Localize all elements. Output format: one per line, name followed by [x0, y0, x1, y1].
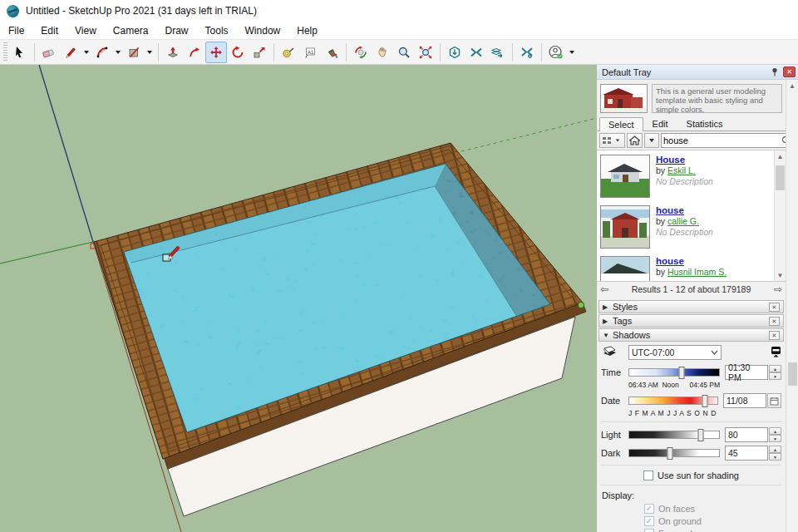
- eraser-tool-button[interactable]: [38, 42, 60, 63]
- styles-close-button[interactable]: ✕: [769, 303, 780, 312]
- result-description: No Description: [656, 176, 713, 186]
- shadows-panel-header[interactable]: ▼ Shadows ✕: [598, 328, 784, 342]
- rectangle-tool-dropdown[interactable]: [147, 51, 152, 54]
- use-sun-checkbox[interactable]: [643, 470, 653, 480]
- grid-view-icon: [602, 136, 613, 145]
- scroll-down-icon[interactable]: ▼: [775, 269, 786, 281]
- from-edges-checkbox[interactable]: [644, 529, 654, 532]
- result-author-link[interactable]: Husnil Imam S.: [667, 267, 727, 277]
- text-tool-button[interactable]: A1: [299, 42, 321, 63]
- date-slider[interactable]: [628, 397, 718, 405]
- calendar-button[interactable]: [767, 393, 781, 408]
- rotate-tool-button[interactable]: [227, 42, 249, 63]
- followme-tool-button[interactable]: [184, 42, 205, 63]
- view-options-button[interactable]: [599, 133, 625, 148]
- prev-page-icon[interactable]: ⇦: [600, 283, 613, 295]
- tab-edit[interactable]: Edit: [643, 116, 677, 131]
- menu-edit[interactable]: Edit: [32, 22, 66, 39]
- light-value-box[interactable]: 80: [725, 427, 768, 442]
- arc-tool-button[interactable]: [91, 42, 113, 63]
- select-tool-button[interactable]: [9, 42, 31, 63]
- toggle-shadows-button[interactable]: [601, 346, 628, 360]
- dark-slider[interactable]: [628, 449, 720, 457]
- date-slider-thumb[interactable]: [702, 395, 708, 407]
- share-model-button[interactable]: [487, 42, 509, 63]
- result-title-link[interactable]: house: [656, 205, 713, 215]
- menu-file[interactable]: File: [0, 22, 32, 39]
- tray-close-button[interactable]: ✕: [783, 66, 796, 77]
- scroll-up-icon[interactable]: ▲: [786, 80, 798, 91]
- dark-slider-thumb[interactable]: [667, 447, 672, 460]
- paint-bucket-button[interactable]: [321, 42, 342, 63]
- tags-close-button[interactable]: ✕: [769, 317, 780, 326]
- template-thumbnail[interactable]: [600, 84, 648, 113]
- light-slider[interactable]: [628, 431, 720, 439]
- time-slider[interactable]: [628, 368, 720, 377]
- warehouse-share-button[interactable]: [466, 42, 487, 63]
- scroll-up-icon[interactable]: ▲: [775, 150, 786, 162]
- shadow-detail-toggle-button[interactable]: [771, 346, 781, 359]
- timezone-select[interactable]: UTC-07:00: [628, 345, 722, 360]
- result-author-link[interactable]: Eskil L.: [667, 165, 696, 175]
- tray-scrollbar[interactable]: ▲: [786, 80, 798, 532]
- styles-panel-header[interactable]: ▶ Styles ✕: [598, 300, 784, 313]
- menu-window[interactable]: Window: [237, 22, 289, 39]
- result-thumbnail[interactable]: [600, 256, 650, 281]
- light-slider-thumb[interactable]: [698, 429, 704, 441]
- result-item[interactable]: house by callie G. No Description: [597, 201, 774, 252]
- shadows-close-button[interactable]: ✕: [769, 331, 780, 340]
- time-value-box[interactable]: 01:30 PM: [725, 365, 768, 380]
- tape-measure-button[interactable]: [278, 42, 299, 63]
- account-button[interactable]: [545, 42, 567, 63]
- menu-camera[interactable]: Camera: [105, 22, 157, 39]
- on-ground-checkbox[interactable]: [644, 516, 654, 526]
- zoom-extents-button[interactable]: [415, 42, 436, 63]
- time-spinner[interactable]: ▲▼: [769, 365, 781, 380]
- toolbar-separator: [34, 43, 35, 62]
- time-slider-thumb[interactable]: [678, 367, 684, 379]
- zoom-button[interactable]: [393, 42, 415, 63]
- modeling-viewport[interactable]: [0, 65, 597, 532]
- home-dropdown-button[interactable]: [644, 133, 659, 148]
- on-faces-checkbox[interactable]: [644, 504, 654, 514]
- result-title-link[interactable]: house: [656, 256, 727, 266]
- orbit-button[interactable]: [350, 42, 372, 63]
- result-author-link[interactable]: callie G.: [667, 216, 699, 226]
- move-tool-button[interactable]: [205, 42, 227, 63]
- result-title-link[interactable]: House: [656, 155, 713, 165]
- home-button[interactable]: [627, 133, 643, 148]
- pan-button[interactable]: [372, 42, 393, 63]
- pushpull-tool-button[interactable]: [162, 42, 184, 63]
- extension-warehouse-button[interactable]: [516, 42, 538, 63]
- result-thumbnail[interactable]: [600, 205, 650, 249]
- arc-tool-dropdown[interactable]: [116, 51, 121, 54]
- line-tool-dropdown[interactable]: [84, 51, 89, 54]
- get-models-button[interactable]: [444, 42, 466, 63]
- date-value-box[interactable]: 11/08: [723, 393, 766, 408]
- next-page-icon[interactable]: ⇨: [769, 283, 782, 295]
- menu-help[interactable]: Help: [288, 22, 326, 39]
- result-thumbnail[interactable]: [600, 155, 650, 198]
- menu-view[interactable]: View: [66, 22, 105, 39]
- result-item[interactable]: house by Husnil Imam S.: [597, 252, 774, 281]
- account-dropdown[interactable]: [569, 51, 574, 54]
- results-scrollbar[interactable]: ▲ ▼: [774, 150, 786, 281]
- result-item[interactable]: House by Eskil L. No Description: [597, 150, 774, 201]
- toolbar-grip[interactable]: [3, 42, 7, 62]
- tags-panel-header[interactable]: ▶ Tags ✕: [598, 314, 784, 328]
- pin-icon[interactable]: [769, 66, 781, 77]
- light-spinner[interactable]: ▲▼: [769, 427, 781, 442]
- tab-statistics[interactable]: Statistics: [677, 116, 732, 131]
- menu-tools[interactable]: Tools: [197, 22, 237, 39]
- search-input[interactable]: [663, 135, 781, 145]
- line-tool-button[interactable]: [60, 42, 81, 63]
- scrollbar-thumb[interactable]: [776, 165, 785, 190]
- dark-spinner[interactable]: ▲▼: [769, 446, 781, 461]
- scrollbar-thumb[interactable]: [788, 362, 797, 386]
- scale-tool-button[interactable]: [249, 42, 270, 63]
- orbit-icon: [354, 46, 367, 59]
- rectangle-tool-button[interactable]: [123, 42, 145, 63]
- dark-value-box[interactable]: 45: [725, 446, 768, 461]
- tab-select[interactable]: Select: [599, 117, 643, 131]
- menu-draw[interactable]: Draw: [157, 22, 197, 39]
